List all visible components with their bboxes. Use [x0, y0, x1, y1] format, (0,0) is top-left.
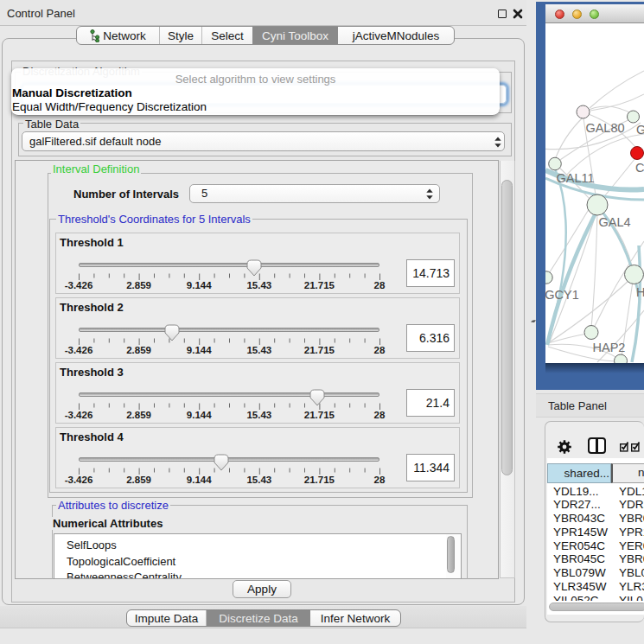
svg-text:GCY1: GCY1	[545, 288, 579, 302]
svg-text:H: H	[636, 285, 644, 299]
svg-text:C: C	[635, 161, 644, 175]
svg-text:GAL11: GAL11	[556, 171, 594, 185]
svg-text:HAP2: HAP2	[593, 341, 626, 354]
svg-text:GAL4: GAL4	[598, 215, 630, 229]
svg-text:G...: G...	[636, 123, 644, 137]
svg-text:GAL80: GAL80	[585, 121, 624, 135]
